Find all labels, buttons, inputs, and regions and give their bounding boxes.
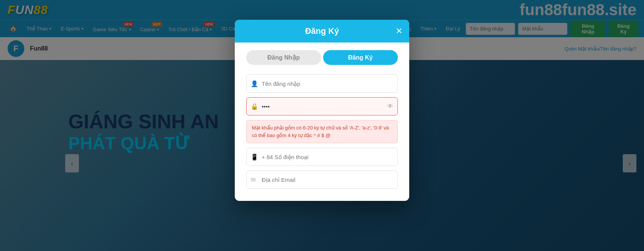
password-input[interactable] [246, 97, 398, 115]
modal-tabs: Đăng Nhập Đăng Ký [235, 43, 409, 69]
eye-slash-icon[interactable]: 👁 [387, 103, 393, 110]
password-group: 🔒 👁 [246, 97, 398, 115]
phone-icon: 📱 [251, 153, 258, 161]
username-input[interactable] [246, 74, 398, 93]
modal-header: Đăng Ký ✕ [235, 20, 409, 43]
email-input[interactable] [246, 170, 398, 189]
password-error-message: Mật khẩu phải gồm có 6-20 ký tự chữ và s… [246, 120, 398, 143]
lock-icon: 🔒 [251, 103, 258, 110]
modal-overlay: Đăng Ký ✕ Đăng Nhập Đăng Ký 👤 🔒 👁 Mật kh… [0, 0, 644, 251]
email-icon: ✉ [251, 176, 256, 183]
phone-group: 📱 [246, 148, 398, 166]
phone-input[interactable] [246, 148, 398, 166]
modal-body: 👤 🔒 👁 Mật khẩu phải gồm có 6-20 ký tự ch… [235, 69, 409, 201]
modal-title: Đăng Ký [305, 26, 339, 36]
tab-register-button[interactable]: Đăng Ký [323, 50, 398, 65]
tab-login-button[interactable]: Đăng Nhập [246, 50, 321, 65]
modal-close-button[interactable]: ✕ [396, 27, 402, 35]
register-modal: Đăng Ký ✕ Đăng Nhập Đăng Ký 👤 🔒 👁 Mật kh… [235, 20, 409, 201]
username-group: 👤 [246, 74, 398, 93]
email-group: ✉ [246, 170, 398, 189]
user-icon: 👤 [251, 80, 258, 87]
